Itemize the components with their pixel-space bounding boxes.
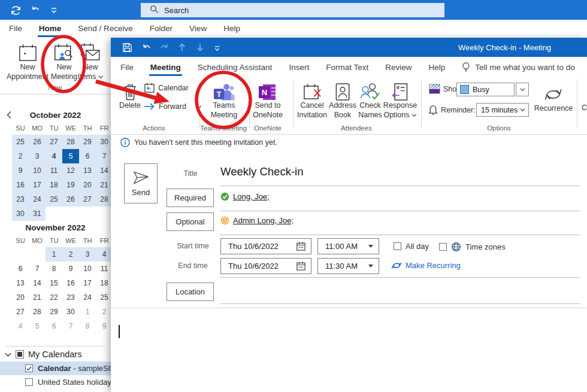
calendar-day[interactable]: 28	[96, 192, 113, 206]
calendar-day[interactable]: 24	[29, 192, 46, 206]
reminder-dropdown[interactable]: 15 minutes	[476, 103, 529, 117]
response-options-button[interactable]: Response Options	[383, 79, 417, 120]
calendar-day[interactable]: 31	[29, 206, 46, 221]
calendar-day[interactable]: 24	[79, 290, 96, 305]
time-zones-checkbox[interactable]: Time zones	[439, 242, 506, 252]
tab-folder[interactable]: Folder	[141, 20, 181, 37]
checkbox[interactable]	[25, 364, 33, 372]
calendar-day[interactable]: 11	[46, 163, 62, 178]
calendar-day[interactable]: 16	[12, 178, 29, 192]
undo-icon[interactable]	[140, 41, 153, 54]
calendar-day[interactable]: 13	[79, 163, 96, 178]
tab-help[interactable]: Help	[420, 59, 453, 76]
customize-toolbar-icon[interactable]	[47, 4, 60, 17]
calendar-day[interactable]: 26	[29, 135, 46, 149]
calendar-day[interactable]: 10	[79, 262, 96, 276]
my-calendars-header[interactable]: My Calendars	[5, 350, 81, 359]
end-time-dropdown[interactable]: 11:30 AM	[317, 258, 379, 274]
customize-toolbar-icon[interactable]	[210, 41, 223, 54]
calendar-day[interactable]: 28	[62, 135, 79, 149]
tab-insert[interactable]: Insert	[280, 59, 317, 76]
recurrence-button[interactable]: Recurrence	[534, 82, 573, 114]
calendar-day[interactable]: 17	[79, 276, 96, 290]
calendar-day[interactable]: 15	[46, 276, 62, 290]
optional-button[interactable]: Optional	[167, 212, 214, 231]
calendar-day[interactable]: 20	[12, 290, 29, 305]
calendar-day[interactable]: 28	[29, 305, 46, 319]
new-appointment-button[interactable]: New Appointment	[7, 41, 49, 81]
calendar-day[interactable]: 23	[12, 192, 29, 206]
show-as-dropdown-arrow[interactable]	[516, 83, 529, 96]
calendar-day[interactable]: 8	[79, 319, 96, 333]
search-input[interactable]: Search	[141, 3, 444, 17]
calendar-day[interactable]: 18	[96, 276, 113, 290]
new-items-button[interactable]: New Items	[78, 41, 104, 81]
calendar-day[interactable]: 27	[12, 305, 29, 319]
calendar-day[interactable]: 29	[79, 135, 96, 149]
new-meeting-button[interactable]: New Meeting	[51, 41, 77, 81]
checkbox[interactable]	[439, 243, 447, 251]
tab-review[interactable]: Review	[377, 59, 420, 76]
calendar-day[interactable]: 7	[62, 319, 79, 333]
send-button[interactable]: Send	[124, 163, 158, 203]
calendar-day[interactable]: 5	[29, 319, 46, 333]
start-date-field[interactable]: Thu 10/6/2022	[220, 238, 311, 254]
calendar-day[interactable]: 5	[62, 149, 79, 163]
move-up-icon[interactable]	[176, 41, 189, 54]
calendar-day[interactable]: 6	[79, 149, 96, 163]
calendar-day[interactable]: 25	[12, 135, 29, 149]
calendar-list-item[interactable]: United States holidays	[0, 375, 111, 389]
tab-scheduling-assistant[interactable]: Scheduling Assistant	[189, 59, 281, 76]
tab-file[interactable]: File	[0, 20, 31, 37]
send-receive-sync-icon[interactable]	[9, 4, 22, 17]
delete-button[interactable]: Delete	[119, 79, 141, 111]
calendar-day[interactable]: 25	[96, 290, 113, 305]
cancel-invitation-button[interactable]: Cancel Invitation	[297, 79, 327, 120]
overflow-button-label[interactable]: C	[582, 104, 587, 112]
all-day-checkbox[interactable]: All day	[394, 242, 429, 251]
calendar-button[interactable]: Calendar	[144, 82, 189, 93]
date-picker-icon[interactable]	[296, 261, 306, 271]
calendar-day[interactable]: 4	[12, 319, 29, 333]
calendar-day[interactable]: 11	[96, 262, 113, 276]
calendar-day[interactable]: 4	[96, 247, 113, 262]
tab-view[interactable]: View	[181, 20, 215, 37]
calendar-day[interactable]: 6	[46, 319, 62, 333]
calendar-day[interactable]: 18	[46, 178, 62, 192]
tab-file[interactable]: File	[112, 59, 142, 76]
calendar-day[interactable]: 1	[46, 247, 62, 262]
previous-month-icon[interactable]	[6, 111, 14, 120]
make-recurring-link[interactable]: Make Recurring	[391, 260, 461, 271]
calendar-day[interactable]: 30	[62, 305, 79, 319]
calendar-day[interactable]: 19	[62, 178, 79, 192]
calendar-day[interactable]: 23	[62, 290, 79, 305]
calendar-day[interactable]: 29	[46, 305, 62, 319]
tab-help[interactable]: Help	[215, 20, 249, 37]
calendar-day[interactable]: 13	[12, 276, 29, 290]
message-body[interactable]	[111, 308, 587, 392]
calendar-day[interactable]: 3	[79, 247, 96, 262]
required-button[interactable]: Required	[167, 189, 214, 207]
calendar-day[interactable]: 7	[29, 262, 46, 276]
calendar-day[interactable]: 12	[62, 163, 79, 178]
teams-meeting-button[interactable]: T Teams Meeting	[211, 79, 237, 120]
location-button[interactable]: Location	[167, 282, 214, 301]
forward-button[interactable]: Forward	[144, 102, 202, 111]
calendar-day[interactable]: 3	[29, 149, 46, 163]
redo-icon[interactable]	[158, 41, 171, 54]
calendar-day[interactable]: 21	[96, 178, 113, 192]
calendar-day[interactable]: 27	[79, 192, 96, 206]
save-icon[interactable]	[120, 41, 134, 54]
calendar-day[interactable]: 14	[29, 276, 46, 290]
calendar-day[interactable]: 16	[62, 276, 79, 290]
optional-attendee[interactable]: Admin Long, Joe;	[220, 216, 294, 225]
show-as-dropdown[interactable]: Busy	[456, 83, 515, 96]
calendar-day[interactable]: 25	[46, 192, 62, 206]
calendar-day[interactable]: 2	[96, 305, 113, 319]
calendar-day[interactable]: 1	[79, 305, 96, 319]
address-book-button[interactable]: Address Book	[329, 79, 356, 120]
tab-format-text[interactable]: Format Text	[317, 59, 377, 76]
end-date-field[interactable]: Thu 10/6/2022	[220, 258, 311, 274]
calendar-day[interactable]: 30	[96, 135, 113, 149]
tab-meeting[interactable]: Meeting	[142, 59, 189, 76]
